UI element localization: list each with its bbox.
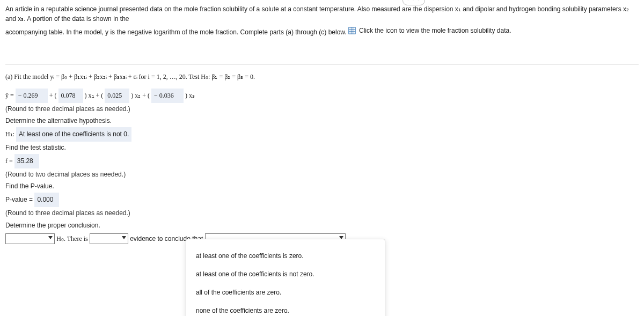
round-note-1: (Round to three decimal places as needed… — [5, 103, 639, 115]
chevron-down-icon — [122, 236, 126, 239]
b0-answer[interactable]: − 0.269 — [16, 89, 48, 103]
intro-line2: accompanying table. In the model, y is t… — [5, 28, 347, 36]
find-p-prompt: Find the P-value. — [5, 180, 639, 193]
h1-answer[interactable]: At least one of the coefficients is not … — [16, 127, 131, 142]
chevron-down-icon — [48, 236, 53, 239]
h1-label: H₁: — [5, 130, 16, 138]
eq-mid3: ) x₃ — [185, 92, 195, 99]
round-note-2: (Round to two decimal places as needed.) — [5, 168, 639, 181]
popup-option-0[interactable]: at least one of the coefficients is zero… — [186, 247, 385, 249]
b3-answer[interactable]: − 0.036 — [151, 89, 184, 103]
alt-hyp-prompt: Determine the alternative hypothesis. — [5, 115, 639, 127]
regression-equation: ŷ = − 0.269 + ( 0.078 ) x₁ + ( 0.025 ) x… — [5, 89, 639, 103]
part-a-content: (a) Fit the model yᵢ = β₀ + β₁x₁ᵢ + β₂x₂… — [5, 71, 639, 245]
table-icon — [348, 27, 356, 34]
separator — [5, 64, 639, 64]
eq-mid1: ) x₁ + ( — [85, 92, 105, 99]
f-label: f = — [5, 157, 14, 165]
conc-mid1: H₀. There is — [56, 235, 89, 242]
find-ts-prompt: Find the test statistic. — [5, 142, 639, 154]
decision-dropdown[interactable] — [5, 233, 55, 244]
alt-hyp-line: H₁: At least one of the coefficients is … — [5, 127, 639, 142]
p-answer[interactable]: 0.000 — [34, 193, 59, 207]
p-line: P-value = 0.000 — [5, 193, 639, 207]
f-line: f = 35.28 — [5, 154, 639, 168]
conclusion-prompt: Determine the proper conclusion. — [5, 219, 639, 232]
intro-line1: An article in a reputable science journa… — [5, 5, 629, 23]
problem-intro: An article in a reputable science journa… — [5, 4, 639, 37]
b2-answer[interactable]: 0.025 — [105, 89, 129, 103]
part-a-prompt: (a) Fit the model yᵢ = β₀ + β₁x₁ᵢ + β₂x₂… — [5, 71, 639, 83]
eq-mid2: ) x₂ + ( — [131, 92, 151, 99]
evidence-dropdown[interactable] — [90, 233, 128, 244]
view-data-link[interactable]: Click the icon to view the mole fraction… — [348, 26, 511, 35]
b1-answer[interactable]: 0.078 — [58, 89, 83, 103]
p-label: P-value = — [5, 196, 34, 203]
overflow-pill[interactable]: · · · — [402, 0, 425, 5]
eq-plus1: + ( — [49, 92, 58, 99]
f-answer[interactable]: 35.28 — [14, 154, 39, 168]
conclusion-dropdown-popup: at least one of the coefficients is zero… — [186, 239, 385, 249]
round-note-3: (Round to three decimal places as needed… — [5, 207, 639, 219]
eq-prefix: ŷ = — [5, 92, 16, 99]
view-data-label: Click the icon to view the mole fraction… — [359, 26, 511, 35]
svg-rect-0 — [349, 27, 355, 34]
